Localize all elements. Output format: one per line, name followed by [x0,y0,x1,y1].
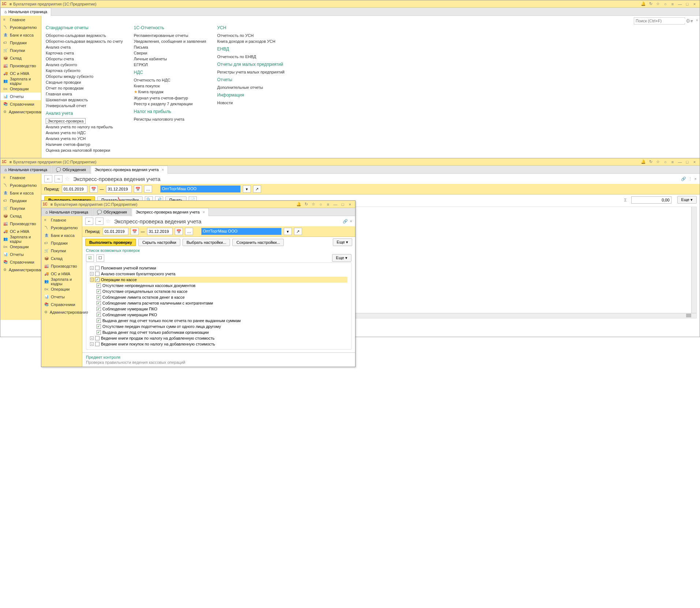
tree-node[interactable]: + Положения учетной политики [90,265,347,271]
minimize-icon[interactable]: — [677,1,683,7]
menu-icon[interactable]: ⋮ [688,177,692,181]
link[interactable]: Личные кабинеты [134,56,206,62]
link[interactable]: ★Книга продаж [134,89,206,95]
nav-back-icon[interactable]: ← [85,218,93,225]
link-express-check[interactable]: Экспресс-проверка [46,118,86,124]
dot-icon[interactable]: ○ [662,1,668,7]
bell-icon[interactable]: 🔔 [296,201,302,207]
link[interactable]: Письма [134,44,206,50]
maximize-icon[interactable]: □ [340,201,346,207]
bell-icon[interactable]: 🔔 [640,159,646,165]
open-icon[interactable]: ↗ [253,185,261,193]
tree-leaf[interactable]: ✓Выдача денег под отчет только работника… [90,329,347,335]
tree-leaf[interactable]: ✓Выдача денег под отчет только после отч… [90,318,347,324]
link[interactable]: Новости [217,100,285,106]
period-picker-icon[interactable]: … [185,228,193,235]
date-from-input[interactable] [62,185,87,193]
link[interactable]: Универсальный отчет [46,103,123,109]
tree-leaf[interactable]: ✓Соблюдение нумерации ПКО [90,306,347,312]
minimize-icon[interactable]: — [332,201,338,207]
maximize-icon[interactable]: □ [684,1,690,7]
tab-discuss[interactable]: 💬Обсуждения [93,208,131,216]
choose-settings-button[interactable]: Выбрать настройки... [182,239,230,246]
favorite-icon[interactable]: ☆ [106,218,110,224]
link[interactable]: Реестр к разделу 7 декларации [134,101,206,107]
sidebar-payroll[interactable]: 👥Зарплата и кадры [41,277,82,285]
sidebar-manager[interactable]: 〽Руководителю [0,181,41,189]
sidebar-reports[interactable]: 📊Отчеты [0,250,41,258]
sidebar-assets[interactable]: 🚚ОС и НМА [41,270,82,277]
tree-leaf[interactable]: ✓Соблюдение лимита остатков денег в касс… [90,294,347,300]
dot-icon[interactable]: ○ [662,159,668,165]
sidebar-purchases[interactable]: 🛒Покупки [0,204,41,212]
sidebar-assets[interactable]: 🚚ОС и НМА [0,69,41,77]
close-icon[interactable]: × [350,219,352,224]
link[interactable]: Отчетность по НДС [134,77,206,83]
minimize-icon[interactable]: — [677,159,683,165]
star-icon[interactable]: ☆ [655,1,661,7]
calendar-icon[interactable]: 📅 [175,228,183,235]
link-icon[interactable]: 🔗 [343,219,348,224]
sidebar-purchases[interactable]: 🛒Покупки [0,46,41,54]
panel-close-icon[interactable]: × [696,18,698,22]
maximize-icon[interactable]: □ [684,159,690,165]
sidebar-sales[interactable]: 🏷Продажи [0,39,41,46]
period-picker-icon[interactable]: … [144,185,152,193]
link[interactable]: Книга покупок [134,83,206,89]
tree-node[interactable]: + Ведение книги продаж по налогу на доба… [90,335,347,337]
link[interactable]: Регистры налогового учета [134,116,206,122]
tab-home[interactable]: ⌂ Начальная страница [0,8,51,16]
sidebar-bank[interactable]: 🏦Банк и касса [0,31,41,39]
close-icon[interactable]: × [695,177,697,181]
sidebar-main[interactable]: ≡Главное [0,16,41,23]
sidebar-production[interactable]: 🏭Производство [41,262,82,270]
star-icon[interactable]: ☆ [655,159,661,165]
nav-forward-icon[interactable]: → [54,175,63,182]
close-icon[interactable]: × [347,201,353,207]
star-icon[interactable]: ☆ [311,201,316,207]
tab-close-icon[interactable]: × [162,167,164,172]
search-box[interactable]: × [634,17,685,24]
tab-discuss[interactable]: 💬Обсуждения [52,166,90,174]
more-button[interactable]: Еще ▾ [677,196,697,204]
hamburger-icon[interactable]: ≡ [50,202,53,207]
sidebar-operations[interactable]: ᴅᴋОперации [0,85,41,92]
link[interactable]: Обороты между субконто [46,73,123,79]
sidebar-main[interactable]: ≡Главное [0,174,41,181]
org-input[interactable]: ОптТоргМаш ООО [201,228,282,235]
tree-node[interactable]: + Анализ состояния бухгалтерского учета [90,271,347,277]
sidebar-sales[interactable]: 🏷Продажи [41,239,82,247]
close-icon[interactable]: × [692,1,697,7]
tab-home[interactable]: ⌂Начальная страница [41,208,92,216]
tree-leaf[interactable]: ✓Отсутствие непроведенных кассовых докум… [90,283,347,288]
sidebar-catalogs[interactable]: 📚Справочники [0,100,41,108]
link[interactable]: Оценка риска налоговой проверки [46,147,123,153]
sidebar-admin[interactable]: ⚙Администрирование [0,108,41,116]
history-icon[interactable]: ↻ [303,201,309,207]
bell-icon[interactable]: 🔔 [640,1,646,7]
sidebar-reports[interactable]: 📊Отчеты [0,92,41,100]
link[interactable]: Сводные проводки [46,79,123,85]
more-button[interactable]: Еще ▾ [333,238,352,246]
sidebar-warehouse[interactable]: 📦Склад [41,254,82,262]
calendar-icon[interactable]: 📅 [90,185,98,193]
link[interactable]: Главная книга [46,91,123,97]
link[interactable]: Обороты счета [46,56,123,62]
filter-icon[interactable]: ≡ [670,159,675,165]
filter-icon[interactable]: ≡ [670,1,675,7]
dropdown-icon[interactable]: ▾ [243,185,251,193]
tab-close-icon[interactable]: × [203,210,205,214]
tab-home[interactable]: ⌂Начальная страница [0,166,51,174]
link[interactable]: Шахматная ведомость [46,97,123,103]
link[interactable]: Карточка счета [46,50,123,56]
org-input[interactable]: ОптТоргМаш ООО [160,185,241,193]
sidebar-payroll[interactable]: 👥Зарплата и кадры [0,235,41,243]
more-button[interactable]: Еще ▾ [332,254,351,262]
tab-express[interactable]: Экспресс-проверка ведения учета× [132,208,209,216]
hamburger-icon[interactable]: ≡ [10,160,12,164]
link[interactable]: Отчетность по УСН [217,33,285,38]
link[interactable]: ЕГРЮЛ [134,62,206,68]
link[interactable]: Оборотно-сальдовая ведомость [46,33,123,38]
link[interactable]: Оборотно-сальдовая ведомость по счету [46,38,123,44]
sidebar-admin[interactable]: ⚙Администрирование [41,308,82,316]
